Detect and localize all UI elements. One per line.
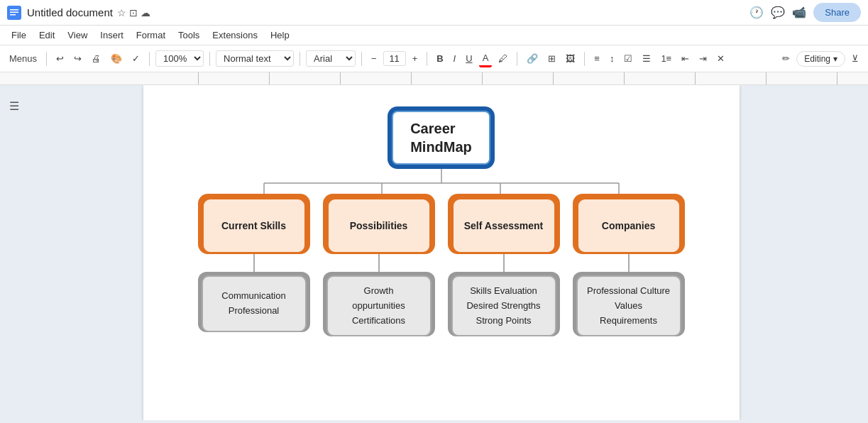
companies-outer: Companies	[573, 194, 685, 254]
possibilities-label: Possibilities	[350, 220, 408, 231]
current-skills-outer: Current Skills	[198, 194, 310, 254]
doc-area: ☰ Career MindMap	[0, 85, 868, 420]
comm-line2: Professional	[229, 305, 280, 316]
comment-icon[interactable]: 💬	[771, 6, 785, 19]
folder-icon[interactable]: ⊡	[129, 7, 138, 18]
companies-card[interactable]: Companies	[576, 197, 681, 254]
child-col-current-skills: Current Skills Communication Professiona…	[198, 194, 310, 332]
page: Career MindMap	[143, 85, 740, 420]
menu-edit[interactable]: Edit	[33, 28, 60, 42]
self-assessment-card[interactable]: Self Assessment	[451, 197, 556, 254]
menu-insert[interactable]: Insert	[94, 28, 129, 42]
menu-tools[interactable]: Tools	[172, 28, 205, 42]
checklist-button[interactable]: ☑	[620, 51, 636, 66]
growth-card[interactable]: Growth oppurtunities Certifications	[326, 275, 432, 336]
possibilities-connector	[378, 254, 380, 272]
self-assessment-label: Self Assessment	[464, 220, 544, 231]
toolbar-sep-5	[361, 52, 362, 66]
zoom-control[interactable]: 100%	[155, 50, 204, 67]
sidebar-toggle[interactable]: ☰	[0, 85, 28, 420]
line-spacing-button[interactable]: ↕	[606, 51, 618, 66]
root-line2: MindMap	[410, 139, 472, 155]
cloud-icon[interactable]: ☁	[141, 7, 150, 18]
expand-icon[interactable]: ⊻	[848, 51, 862, 66]
title-bar: Untitled document ☆ ⊡ ☁ 🕐 💬 📹 Share	[0, 0, 868, 26]
menu-extensions[interactable]: Extensions	[207, 28, 263, 42]
image-button[interactable]: ⊞	[544, 51, 559, 66]
skills-line1: Skills Evaluation	[470, 285, 537, 296]
toolbar-sep-1	[46, 52, 47, 66]
skills-eval-outer: Skills Evaluation Desired Strengths Stro…	[448, 272, 560, 336]
ruler-inner	[128, 72, 868, 84]
style-select[interactable]: Normal text	[216, 50, 294, 67]
skills-connector	[253, 254, 255, 272]
clear-format-button[interactable]: ✕	[713, 51, 728, 66]
zoom-select[interactable]: 100%	[155, 50, 204, 67]
child-col-possibilities: Possibilities Growth oppurtunities Certi…	[323, 194, 435, 336]
indent-decrease-button[interactable]: ⇤	[678, 51, 693, 66]
indent-increase-button[interactable]: ⇥	[696, 51, 710, 66]
pencil-icon[interactable]: ✏	[779, 51, 793, 66]
current-skills-card[interactable]: Current Skills	[202, 197, 307, 254]
bold-button[interactable]: B	[433, 51, 446, 66]
font-size-decrease[interactable]: −	[368, 51, 380, 66]
root-connector	[193, 169, 690, 194]
underline-button[interactable]: U	[462, 51, 476, 66]
skills-eval-text: Skills Evaluation Desired Strengths Stro…	[466, 284, 540, 328]
text-color-button[interactable]: A	[479, 50, 493, 67]
ruler	[0, 72, 868, 85]
menu-format[interactable]: Format	[131, 28, 171, 42]
communication-card[interactable]: Communication Professional	[202, 275, 307, 332]
font-select[interactable]: Arial	[306, 50, 356, 67]
font-size-increase[interactable]: +	[409, 51, 422, 66]
svg-rect-1	[10, 9, 18, 11]
growth-text: Growth oppurtunities Certifications	[352, 284, 405, 328]
root-node-outer: Career MindMap	[388, 106, 495, 169]
self-assessment-connector	[503, 254, 505, 272]
italic-button[interactable]: I	[450, 51, 460, 66]
toolbar: Menus ↩ ↪ 🖨 🎨 ✓ 100% Normal text Arial −…	[0, 45, 868, 72]
comp-line1: Professional Culture	[587, 285, 670, 296]
menu-file[interactable]: File	[6, 28, 32, 42]
possibilities-outer: Possibilities	[323, 194, 435, 254]
spell-check-button[interactable]: ✓	[128, 51, 143, 66]
print-button[interactable]: 🖨	[88, 51, 104, 66]
editing-label: Editing	[804, 54, 830, 64]
insert-image-button[interactable]: 🖼	[562, 51, 578, 66]
doc-title[interactable]: Untitled document	[27, 6, 113, 18]
redo-button[interactable]: ↪	[70, 51, 85, 66]
skills-line3: Strong Points	[476, 315, 531, 326]
history-icon[interactable]: 🕐	[749, 6, 764, 19]
companies-connector	[628, 254, 630, 272]
toolbar-sep-4	[300, 52, 300, 66]
link-button[interactable]: 🔗	[523, 51, 542, 66]
star-icon[interactable]: ☆	[117, 7, 126, 18]
toolbar-sep-7	[517, 52, 517, 66]
possibilities-card[interactable]: Possibilities	[326, 197, 432, 254]
editing-button[interactable]: Editing ▾	[796, 51, 845, 67]
communication-outer: Communication Professional	[198, 272, 310, 332]
paint-format-button[interactable]: 🎨	[107, 51, 126, 66]
video-icon[interactable]: 📹	[792, 6, 806, 19]
skills-eval-card[interactable]: Skills Evaluation Desired Strengths Stro…	[451, 275, 556, 336]
prof-culture-text: Professional Culture Values Requirements	[587, 284, 670, 328]
comp-line2: Values	[615, 300, 642, 311]
growth-line3: Certifications	[352, 315, 405, 326]
menu-view[interactable]: View	[62, 28, 93, 42]
professional-culture-card[interactable]: Professional Culture Values Requirements	[576, 275, 681, 336]
growth-line2: oppurtunities	[352, 300, 405, 311]
highlight-button[interactable]: 🖊	[495, 51, 511, 66]
companies-label: Companies	[602, 220, 655, 231]
font-size-input[interactable]	[383, 51, 406, 66]
svg-rect-2	[10, 11, 18, 13]
share-button[interactable]: Share	[813, 3, 861, 22]
align-button[interactable]: ≡	[590, 51, 603, 66]
right-panel	[854, 85, 868, 420]
mindmap: Career MindMap	[193, 99, 690, 336]
toolbar-sep-2	[149, 52, 150, 66]
menu-help[interactable]: Help	[265, 28, 295, 42]
menus-button[interactable]: Menus	[6, 51, 40, 66]
undo-button[interactable]: ↩	[53, 51, 67, 66]
list-button[interactable]: ☰	[639, 51, 654, 66]
ordered-list-button[interactable]: 1≡	[657, 51, 675, 66]
